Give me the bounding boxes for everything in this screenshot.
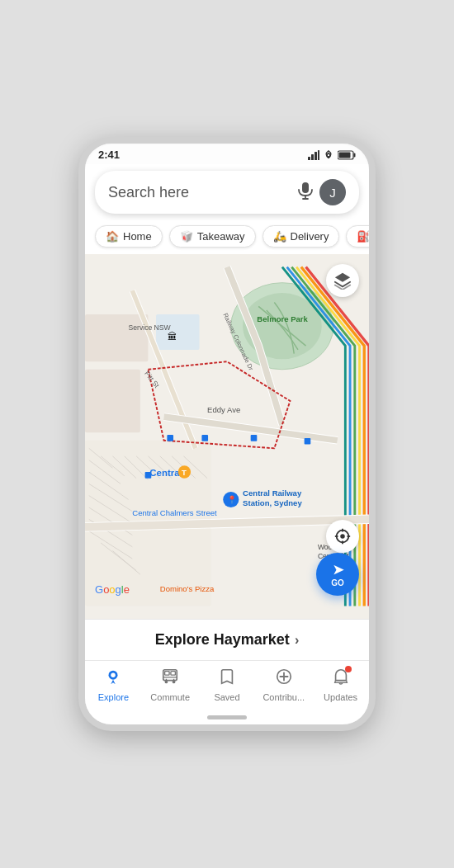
svg-rect-3 [318, 150, 319, 160]
status-icons [308, 150, 356, 160]
saved-nav-icon [218, 668, 236, 686]
nav-commute-label: Commute [150, 692, 190, 702]
google-logo: Google [95, 583, 130, 596]
layers-icon [333, 271, 352, 290]
explore-icon [104, 668, 122, 690]
nav-commute[interactable]: Commute [145, 668, 195, 702]
home-bar [85, 710, 369, 724]
saved-icon [218, 668, 236, 690]
map-area[interactable]: Pitt St Railway Colonnade Dr Eddy Ave Se… [85, 254, 369, 619]
svg-text:Central: Central [149, 468, 182, 478]
svg-rect-54 [305, 438, 311, 445]
bottom-nav: Explore Commute [85, 660, 369, 710]
nav-contribute[interactable]: Contribu... [259, 668, 309, 702]
location-button[interactable] [326, 520, 359, 553]
status-bar: 2:41 [85, 144, 369, 164]
contribute-icon [275, 668, 293, 690]
svg-rect-53 [251, 435, 258, 441]
nav-explore[interactable]: Explore [88, 668, 138, 702]
svg-rect-6 [339, 152, 351, 158]
svg-text:Eddy Ave: Eddy Ave [207, 405, 240, 414]
delivery-chip-icon: 🛵 [273, 230, 286, 243]
svg-point-64 [111, 672, 116, 677]
nav-saved-label: Saved [214, 692, 239, 702]
svg-rect-1 [311, 154, 314, 160]
search-input-text: Search here [108, 184, 291, 201]
contribute-nav-icon [275, 668, 293, 686]
svg-rect-13 [85, 314, 148, 361]
updates-icon [332, 668, 350, 690]
svg-rect-67 [171, 672, 176, 676]
svg-rect-52 [201, 435, 208, 441]
svg-text:Belmore Park: Belmore Park [257, 314, 308, 323]
svg-point-70 [173, 681, 176, 684]
filter-chips: 🏠 Home 🥡 Takeaway 🛵 Delivery ⛽ Pe [85, 220, 369, 254]
wifi-icon [323, 150, 334, 160]
mic-icon[interactable] [298, 182, 313, 204]
commute-icon [161, 668, 179, 690]
nav-updates[interactable]: Updates [316, 668, 366, 702]
explore-banner-text: Explore Haymarket [155, 631, 290, 649]
google-logo-e: e [124, 583, 130, 596]
signal-icon [308, 150, 319, 160]
svg-rect-2 [314, 152, 317, 160]
svg-rect-34 [156, 314, 200, 350]
petrol-chip-icon: ⛽ [357, 230, 369, 243]
chip-petrol[interactable]: ⛽ Pe [346, 225, 369, 248]
phone-frame: 2:41 Search here [78, 137, 376, 731]
svg-point-58 [340, 534, 345, 539]
google-logo-g2: g [116, 583, 121, 596]
search-bar[interactable]: Search here J [95, 171, 359, 214]
go-button[interactable]: ➤ GO [316, 553, 359, 596]
nav-contribute-label: Contribu... [262, 692, 305, 702]
svg-rect-0 [308, 157, 310, 160]
user-avatar[interactable]: J [319, 179, 346, 205]
home-indicator [207, 715, 247, 719]
svg-text:Domino's Pizza: Domino's Pizza [160, 584, 215, 593]
svg-text:T: T [182, 468, 187, 477]
svg-text:Station, Sydney: Station, Sydney [243, 498, 302, 507]
nav-saved[interactable]: Saved [202, 668, 252, 702]
svg-rect-7 [302, 182, 309, 193]
takeaway-chip-icon: 🥡 [180, 230, 193, 243]
explore-chevron-icon: › [295, 633, 299, 648]
chip-takeaway-label: Takeaway [197, 230, 245, 243]
chip-delivery-label: Delivery [291, 230, 329, 243]
status-time: 2:41 [98, 149, 120, 161]
chip-delivery[interactable]: 🛵 Delivery [262, 225, 340, 248]
google-logo-o2: o [109, 583, 115, 596]
svg-point-69 [165, 681, 168, 684]
svg-rect-14 [85, 370, 140, 432]
home-chip-icon: 🏠 [106, 230, 119, 243]
location-icon [333, 527, 352, 545]
svg-rect-56 [145, 472, 152, 479]
svg-text:🏛: 🏛 [168, 331, 177, 342]
svg-text:Central Railway: Central Railway [243, 488, 302, 498]
go-button-label: GO [331, 578, 344, 587]
search-bar-container: Search here J [85, 164, 369, 220]
explore-nav-icon [104, 668, 122, 686]
nav-updates-label: Updates [324, 692, 357, 702]
explore-banner[interactable]: Explore Haymarket › [85, 619, 369, 660]
svg-rect-5 [354, 153, 356, 157]
chip-home-label: Home [123, 230, 152, 243]
chip-home[interactable]: 🏠 Home [95, 225, 163, 248]
commute-nav-icon [161, 668, 179, 686]
svg-rect-55 [167, 435, 173, 441]
svg-text:Central Chalmers Street: Central Chalmers Street [132, 508, 217, 517]
google-logo-g: G [95, 583, 103, 596]
chip-takeaway[interactable]: 🥡 Takeaway [169, 225, 256, 248]
battery-icon [338, 150, 356, 160]
layers-button[interactable] [326, 264, 359, 297]
updates-badge [345, 666, 352, 672]
nav-explore-label: Explore [98, 692, 129, 702]
svg-text:Service NSW: Service NSW [129, 323, 172, 332]
svg-text:📍: 📍 [227, 495, 237, 505]
go-arrow-icon: ➤ [333, 562, 343, 578]
svg-rect-66 [165, 672, 170, 676]
